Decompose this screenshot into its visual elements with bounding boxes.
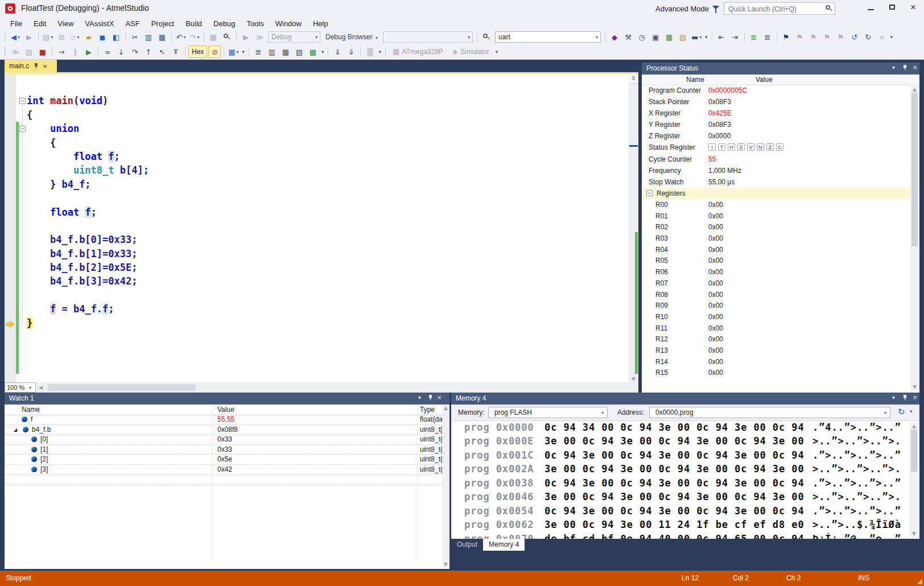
processor-status-header[interactable]: Processor Status ▾ × bbox=[642, 63, 919, 75]
bottom-tab-output[interactable]: Output bbox=[451, 539, 483, 551]
editor-vertical-scrollbar[interactable]: ⇕ ▼ bbox=[629, 75, 638, 382]
find-in-files-button[interactable]: ▦ bbox=[207, 31, 220, 43]
memory-scrollbar[interactable]: ▲ ▼ bbox=[910, 423, 918, 537]
toolbar-overflow[interactable]: ▾ bbox=[890, 34, 893, 40]
save-all-button[interactable]: ◧ bbox=[110, 31, 122, 43]
previous-bookmark-folder-button[interactable]: ⚑ bbox=[821, 31, 834, 43]
step-button[interactable]: ≫ bbox=[253, 31, 266, 43]
chevron-down-icon[interactable]: ▾ bbox=[418, 394, 421, 401]
breakpoint-margin[interactable] bbox=[5, 75, 16, 382]
tab-main-c[interactable]: main.c × bbox=[5, 60, 57, 72]
memory-dump[interactable]: prog 0x00000c 94 34 00 0c 94 3e 00 0c 94… bbox=[451, 422, 910, 539]
sort-lines-button[interactable]: ≣ bbox=[748, 31, 760, 43]
run-to-cursor-button[interactable]: Ŧ bbox=[170, 46, 182, 58]
toolbar-grip[interactable] bbox=[4, 32, 7, 42]
horizontal-scrollbar-thumb[interactable] bbox=[48, 384, 196, 391]
continue-button[interactable]: ▶ bbox=[82, 46, 95, 58]
navigate-backward-button[interactable]: ◀▾ bbox=[9, 31, 22, 43]
processor-view-button[interactable]: ▦ bbox=[279, 46, 292, 58]
scroll-up-icon[interactable]: ▲ bbox=[910, 423, 918, 429]
status-flag-z[interactable]: Z bbox=[766, 143, 774, 151]
tools-button[interactable]: ⚒ bbox=[622, 31, 634, 43]
menu-edit[interactable]: Edit bbox=[28, 18, 52, 29]
step-out-button[interactable]: ↑ bbox=[142, 46, 155, 58]
step-into-button[interactable]: ↓ bbox=[115, 46, 127, 58]
toolbar-grip[interactable] bbox=[4, 47, 7, 56]
quick-find-button[interactable] bbox=[221, 31, 233, 43]
watch-row[interactable]: [0]0x33uint8_t{c bbox=[5, 435, 442, 445]
toolbar-overflow[interactable]: ▾ bbox=[242, 49, 245, 55]
status-flag-i[interactable]: I bbox=[708, 143, 716, 151]
close-icon[interactable]: × bbox=[913, 64, 917, 71]
history-button[interactable]: ◷ bbox=[636, 31, 648, 43]
memory-space-combo[interactable]: prog FLASH ▾ bbox=[488, 407, 608, 418]
increase-indent-button[interactable]: ⇥ bbox=[729, 31, 741, 43]
save-button[interactable]: ◼ bbox=[96, 31, 109, 43]
search-combo[interactable]: uart▾ bbox=[495, 31, 601, 43]
pin-icon[interactable] bbox=[428, 394, 433, 401]
scroll-down-icon[interactable]: ▼ bbox=[910, 531, 918, 537]
chevron-down-icon[interactable]: ▾ bbox=[892, 394, 895, 401]
decrease-indent-button[interactable]: ⇤ bbox=[715, 31, 728, 43]
open-file-button[interactable]: ▰ bbox=[82, 31, 95, 43]
hex-toggle-button[interactable]: Hex bbox=[188, 46, 207, 58]
close-button[interactable]: × bbox=[904, 0, 923, 16]
status-flag-n[interactable]: N bbox=[757, 143, 764, 151]
status-flag-v[interactable]: V bbox=[747, 143, 754, 151]
show-next-statement-button[interactable]: → bbox=[55, 46, 68, 58]
io-view-button[interactable]: ▥ bbox=[266, 46, 278, 58]
chevron-down-icon[interactable]: ▾ bbox=[892, 64, 895, 71]
quick-launch-input[interactable] bbox=[727, 3, 824, 15]
scroll-down-icon[interactable]: ▼ bbox=[442, 562, 449, 567]
toolbar-overflow[interactable]: ▾ bbox=[378, 49, 381, 55]
screenshot-button[interactable]: ▩ bbox=[307, 46, 319, 58]
watch-row[interactable]: ◢b4_f.b0x08f8uint8_t[4 bbox=[5, 425, 442, 435]
device-upload-button[interactable]: ▧ bbox=[676, 31, 689, 43]
program-device-button[interactable]: ⇓ bbox=[331, 46, 344, 58]
menu-tools[interactable]: Tools bbox=[241, 18, 269, 29]
add-item-button[interactable]: ⊞ bbox=[55, 31, 68, 43]
scroll-left-icon[interactable]: ◀ bbox=[39, 385, 43, 390]
redo-button[interactable]: ↷▾ bbox=[188, 31, 201, 43]
trace-button[interactable]: ▒ bbox=[364, 46, 376, 58]
menu-build[interactable]: Build bbox=[180, 18, 208, 29]
disable-breakpoints-button[interactable]: ⊘ bbox=[208, 46, 221, 58]
status-flag-s[interactable]: S bbox=[737, 143, 745, 151]
toolbar-overflow-icon[interactable]: ▾ bbox=[910, 408, 913, 414]
device-programming-button[interactable]: ▦ bbox=[663, 31, 675, 43]
status-flag-h[interactable]: H bbox=[728, 143, 735, 151]
menu-asf[interactable]: ASF bbox=[119, 18, 145, 29]
scroll-up-icon[interactable]: ▲ bbox=[910, 86, 919, 92]
watch-empty-row[interactable] bbox=[5, 475, 442, 485]
collapse-icon[interactable]: − bbox=[646, 190, 653, 196]
undo-button[interactable]: ↶▾ bbox=[175, 31, 187, 43]
navigate-forward-blue-button[interactable]: ↻ bbox=[862, 31, 874, 43]
close-icon[interactable]: × bbox=[43, 62, 47, 71]
status-flag-t[interactable]: T bbox=[718, 143, 725, 151]
mode-filter-icon[interactable] bbox=[712, 6, 719, 10]
address-combo[interactable]: 0x0000,prog ▾ bbox=[649, 407, 890, 418]
processor-scrollbar[interactable]: ▲ ▼ bbox=[910, 86, 919, 390]
menu-view[interactable]: View bbox=[52, 18, 79, 29]
toolbar-overflow[interactable]: ▾ bbox=[705, 34, 708, 40]
toolbar-overflow[interactable]: ▾ bbox=[496, 49, 498, 55]
previous-bookmark-button[interactable]: ⚑ bbox=[794, 31, 806, 43]
expander-icon[interactable]: ◢ bbox=[14, 427, 17, 432]
cursor-mode-button[interactable]: ↖ bbox=[156, 46, 168, 58]
pin-icon[interactable] bbox=[902, 64, 908, 71]
toggle-bookmark-button[interactable]: ⚑ bbox=[780, 31, 793, 43]
advanced-mode-dropdown[interactable]: Advanced Mode bbox=[655, 5, 709, 13]
new-file-button[interactable]: ▫▾ bbox=[69, 31, 81, 43]
menu-help[interactable]: Help bbox=[307, 18, 334, 29]
menu-debug[interactable]: Debug bbox=[208, 18, 241, 29]
code-editor[interactable]: int main(void){ union { float f; uint8_t… bbox=[5, 75, 638, 382]
close-icon[interactable]: × bbox=[913, 394, 917, 401]
search-solution-button[interactable] bbox=[480, 31, 493, 43]
start-debugging-button[interactable]: ▶ bbox=[240, 31, 252, 43]
scrollbar-thumb[interactable] bbox=[911, 430, 917, 472]
debug-browser-dropdown[interactable]: Debug Browser ▾ bbox=[325, 33, 378, 41]
navigate-back-blue-button[interactable]: ↺ bbox=[848, 31, 861, 43]
read-device-button[interactable]: ⇓ bbox=[345, 46, 357, 58]
watch-scrollbar[interactable]: ▲ ▼ bbox=[442, 405, 449, 568]
menu-project[interactable]: Project bbox=[146, 18, 180, 29]
